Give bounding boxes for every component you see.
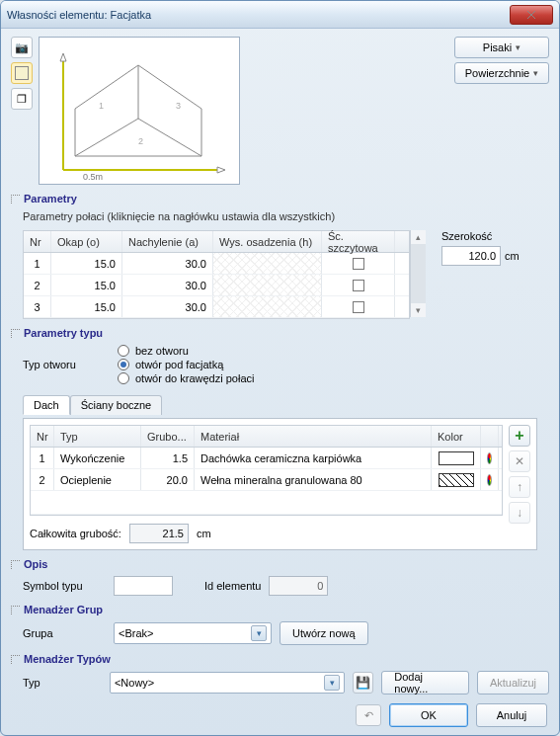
col-nr[interactable]: Nr	[24, 231, 51, 252]
radio-edge[interactable]	[118, 372, 129, 384]
params-hint: Parametry połaci (kliknięcie na nagłówku…	[23, 210, 549, 222]
chevron-down-icon[interactable]: ▾	[251, 625, 267, 641]
table-row[interactable]: 2 Ocieplenie 20.0 Wełna mineralna granul…	[31, 469, 502, 491]
section-group-mgr: Menadżer Grup	[11, 604, 549, 615]
color-swatch[interactable]	[439, 473, 474, 487]
type-save-icon[interactable]: 💾	[353, 672, 373, 694]
total-thickness-value: 21.5	[129, 524, 189, 543]
surfaces-button[interactable]: Powierzchnie	[454, 62, 549, 84]
width-label: Szerokość	[441, 230, 520, 242]
col-nach[interactable]: Nachylenie (a)	[122, 231, 213, 252]
titlebar: Własności elementu: Facjatka	[1, 1, 559, 29]
color-swatch[interactable]	[439, 451, 474, 465]
group-combo[interactable]: <Brak>▾	[114, 622, 272, 644]
table-row[interactable]: 3 15.0 30.0	[24, 296, 409, 318]
opening-type-label: Typ otworu	[23, 359, 106, 370]
ok-button[interactable]: OK	[389, 703, 468, 727]
layers-icon[interactable]	[11, 62, 33, 84]
svg-line-3	[138, 119, 201, 156]
section-params: Parametry	[11, 193, 549, 204]
copy-icon[interactable]: ❐	[11, 88, 33, 110]
color-picker-icon[interactable]	[487, 474, 492, 486]
section-type-params: Parametry typu	[11, 327, 549, 339]
table-row[interactable]: 1 15.0 30.0	[24, 253, 409, 275]
table-row[interactable]: 2 15.0 30.0	[24, 275, 409, 296]
chevron-down-icon[interactable]: ▾	[324, 675, 340, 691]
checkbox[interactable]	[353, 301, 364, 313]
table-row[interactable]: 1 Wykończenie 1.5 Dachówka ceramiczna ka…	[31, 448, 502, 469]
update-type-button[interactable]: Aktualizuj	[477, 671, 549, 695]
table-row[interactable]	[31, 491, 502, 515]
new-group-button[interactable]: Utwórz nową	[280, 621, 368, 645]
total-thickness-label: Całkowita grubość:	[30, 528, 121, 539]
id-label: Id elementu	[204, 580, 261, 592]
svg-line-2	[75, 119, 138, 156]
pens-button[interactable]: Pisaki	[454, 37, 549, 58]
window-title: Własności elementu: Facjatka	[7, 9, 510, 21]
checkbox[interactable]	[353, 258, 364, 270]
radio-under[interactable]	[118, 359, 129, 370]
dialog-window: Własności elementu: Facjatka 📷 ❐	[0, 0, 560, 736]
params-table: Nr Okap (o) Nachylenie (a) Wys. osadzeni…	[23, 230, 410, 319]
face-label-1: 1	[99, 101, 104, 111]
add-layer-button[interactable]: +	[509, 425, 530, 447]
tab-roof[interactable]: Dach	[23, 395, 70, 415]
group-label: Grupa	[23, 627, 106, 639]
camera-icon[interactable]: 📷	[11, 37, 33, 58]
add-new-type-button[interactable]: Dodaj nowy...	[381, 671, 469, 695]
move-down-button[interactable]: ↓	[509, 502, 530, 524]
symbol-label: Symbol typu	[23, 580, 106, 592]
type-label: Typ	[23, 677, 102, 689]
delete-layer-button[interactable]: ✕	[509, 450, 530, 472]
color-picker-icon[interactable]	[487, 452, 492, 464]
face-label-3: 3	[176, 101, 181, 111]
section-desc: Opis	[11, 558, 549, 570]
symbol-input[interactable]	[114, 576, 173, 596]
materials-table: Nr Typ Grubo... Materiał Kolor 1 Wykończ…	[30, 425, 503, 516]
type-combo[interactable]: <Nowy>▾	[110, 672, 345, 694]
col-okap[interactable]: Okap (o)	[51, 231, 122, 252]
cancel-button[interactable]: Anuluj	[476, 703, 547, 727]
preview-canvas: 1 2 3 0.5m	[39, 37, 240, 185]
move-up-button[interactable]: ↑	[509, 476, 530, 498]
col-sc[interactable]: Śc. szczytowa	[322, 231, 395, 252]
tab-walls[interactable]: Ściany boczne	[70, 395, 163, 415]
checkbox[interactable]	[353, 280, 364, 291]
close-button[interactable]	[510, 5, 553, 25]
radio-none[interactable]	[118, 345, 129, 357]
axis-label: 0.5m	[83, 172, 103, 182]
face-label-2: 2	[138, 136, 143, 146]
section-type-mgr: Menadżer Typów	[11, 653, 549, 665]
tab-pane-roof: Nr Typ Grubo... Materiał Kolor 1 Wykończ…	[23, 418, 537, 550]
scrollbar[interactable]: ▴▾	[410, 230, 426, 317]
width-unit: cm	[505, 250, 520, 262]
id-value: 0	[269, 576, 328, 596]
col-wys[interactable]: Wys. osadzenia (h)	[213, 231, 322, 252]
width-input[interactable]: 120.0	[441, 246, 501, 266]
undo-button[interactable]: ↶	[356, 704, 381, 726]
